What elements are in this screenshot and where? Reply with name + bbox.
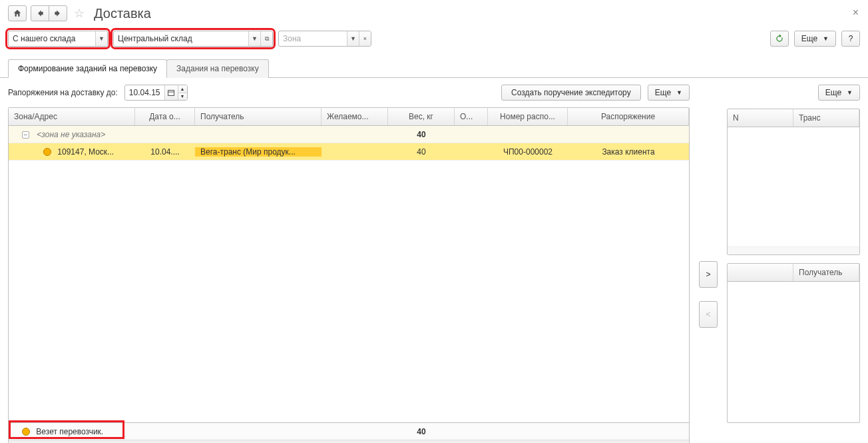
date-value: 10.04.15 (125, 88, 164, 97)
group-weight: 40 (388, 130, 455, 139)
svg-rect-0 (168, 91, 174, 96)
footer-weight: 40 (388, 427, 455, 436)
table-header: Зона/Адрес Дата о... Получатель Желаемо.… (9, 108, 689, 126)
cell-weight: 40 (388, 147, 455, 157)
col-recipient[interactable]: Получатель (195, 108, 322, 125)
cell-recipient: Вега-транс (Мир продук... (195, 147, 322, 157)
arrow-right-icon (53, 9, 63, 18)
status-icon (43, 148, 51, 156)
zone-placeholder: Зона (279, 34, 347, 43)
chevron-right-icon: > (706, 270, 710, 279)
calendar-icon[interactable] (164, 85, 178, 100)
chevron-down-icon[interactable]: ▼ (248, 31, 260, 46)
col-trans[interactable]: Транс (793, 109, 859, 127)
legend-icon (22, 428, 30, 436)
chevron-down-icon[interactable]: ▼ (347, 31, 359, 46)
right-table-lower: Получатель (727, 263, 860, 423)
col-recipient-right[interactable]: Получатель (793, 264, 859, 281)
more-label: Еще (825, 88, 841, 97)
collapse-icon[interactable]: − (22, 131, 29, 139)
chevron-down-icon: ▼ (847, 89, 853, 96)
warehouse-mode-value: С нашего склада (9, 34, 95, 43)
col-wish[interactable]: Желаемо... (322, 108, 388, 125)
transfer-right-button[interactable]: > (699, 261, 718, 288)
spin-up-icon[interactable]: ▲ (178, 85, 187, 93)
cell-number: ЧП00-000002 (488, 147, 568, 157)
col-weight[interactable]: Вес, кг (388, 108, 455, 125)
back-button[interactable] (31, 5, 49, 21)
zone-dropdown[interactable]: Зона ▼ × (278, 31, 371, 47)
help-button[interactable]: ? (841, 31, 860, 47)
orders-table: Зона/Адрес Дата о... Получатель Желаемо.… (8, 107, 690, 443)
group-row[interactable]: − <зона не указана> 40 (9, 126, 689, 143)
warehouse-value: Центральный склад (114, 34, 248, 43)
chevron-down-icon[interactable]: ▼ (95, 31, 107, 46)
col-number[interactable]: Номер распо... (488, 108, 568, 125)
forward-button[interactable] (49, 5, 67, 21)
home-button[interactable] (8, 5, 27, 21)
col-blank[interactable] (728, 264, 793, 281)
group-label: <зона не указана> (37, 130, 105, 139)
more-label: Еще (801, 34, 817, 43)
spin-down-icon[interactable]: ▼ (178, 93, 187, 101)
warehouse-dropdown[interactable]: Центральный склад ▼ ⧉ (113, 31, 273, 47)
chevron-down-icon: ▼ (676, 89, 682, 96)
cell-order: Заказ клиента (568, 147, 689, 157)
chevron-left-icon: < (706, 310, 710, 319)
date-until-field[interactable]: 10.04.15 ▲ ▼ (124, 85, 188, 101)
col-date[interactable]: Дата о... (135, 108, 195, 125)
tab-formation-label: Формирование заданий на перевозку (18, 64, 157, 73)
page-title: Доставка (94, 6, 151, 21)
col-n[interactable]: N (728, 109, 793, 127)
col-order[interactable]: Распоряжение (568, 108, 689, 125)
chevron-down-icon: ▼ (823, 35, 829, 42)
create-assignment-label: Создать поручение экспедитору (511, 88, 631, 97)
more-button-top[interactable]: Еще ▼ (794, 31, 836, 47)
date-until-label: Рапоряжения на доставку до: (8, 88, 118, 97)
cell-date: 10.04.... (135, 147, 195, 157)
create-assignment-button[interactable]: Создать поручение экспедитору (501, 85, 641, 101)
table-footer: Везет перевозчик. 40 (9, 422, 689, 440)
warehouse-mode-dropdown[interactable]: С нашего склада ▼ (8, 31, 108, 47)
close-button[interactable]: × (853, 7, 859, 19)
open-dialog-icon[interactable]: ⧉ (260, 31, 272, 46)
home-icon (13, 9, 22, 18)
tab-tasks[interactable]: Задания на перевозку (166, 59, 269, 78)
cell-zone: 109147, Моск... (57, 147, 114, 157)
transfer-left-button[interactable]: < (699, 301, 718, 328)
arrow-left-icon (35, 9, 45, 18)
col-zone[interactable]: Зона/Адрес (9, 108, 135, 125)
table-row[interactable]: 109147, Моск... 10.04.... Вега-транс (Ми… (9, 143, 689, 161)
refresh-icon (775, 34, 784, 43)
more-button-action[interactable]: Еще ▼ (648, 85, 690, 101)
clear-icon[interactable]: × (359, 31, 371, 46)
legend-label: Везет перевозчик. (36, 427, 103, 436)
more-button-right[interactable]: Еще ▼ (818, 85, 860, 101)
help-label: ? (849, 34, 853, 43)
horizontal-scrollbar[interactable] (9, 440, 689, 443)
more-label: Еще (655, 88, 671, 97)
tab-formation[interactable]: Формирование заданий на перевозку (8, 59, 167, 78)
favorite-icon[interactable]: ☆ (74, 6, 85, 21)
right-table-upper: N Транс (727, 109, 860, 255)
col-ship[interactable]: О... (455, 108, 488, 125)
refresh-button[interactable] (770, 31, 789, 47)
tab-tasks-label: Задания на перевозку (176, 64, 259, 73)
date-spinner[interactable]: ▲ ▼ (178, 85, 187, 100)
